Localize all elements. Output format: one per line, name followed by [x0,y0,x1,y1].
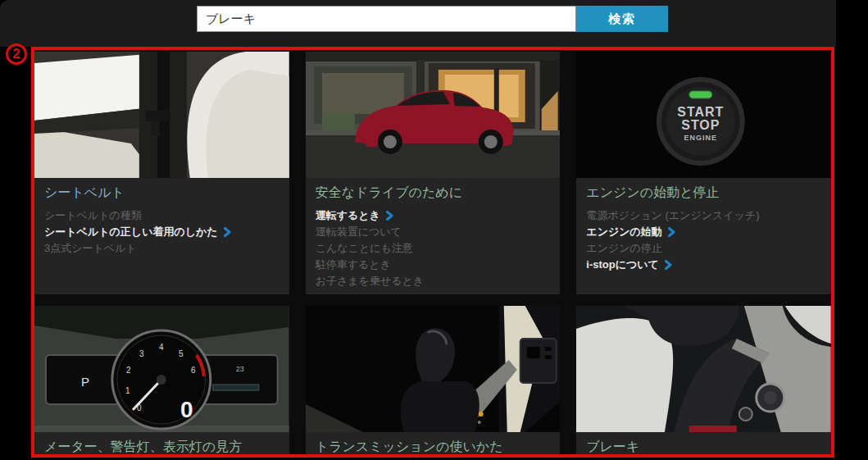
svg-text:3: 3 [139,349,144,358]
chevron-right-icon [668,227,675,237]
card-title-seatbelt[interactable]: シートベルト [44,184,279,202]
link-label: お子さまを乗せるとき [316,273,424,289]
chevron-right-icon [224,227,231,237]
seatbelt-photo [34,52,289,178]
card-title-engine-start-stop[interactable]: エンジンの始動と停止 [586,184,821,202]
link-label: 電源ポジション (エンジンスイッチ) [586,207,759,224]
link-i-stop[interactable]: i-stopについて [586,257,821,273]
svg-text:STOP: STOP [682,118,720,132]
link-label: 運転装置について [316,224,402,240]
card-safe-driving: 安全なドライブのために 運転するとき 運転装置について こんなことにも注意 [306,52,561,294]
link-label: シートベルトの種類 [44,207,142,224]
card-grid: シートベルト シートベルトの種類 シートベルトの正しい着用のしかた 3点式シート… [34,50,831,454]
svg-text:0: 0 [180,397,193,422]
svg-text:START: START [678,105,725,119]
card-engine-start-stop: START STOP ENGINE エンジンの始動と停止 電源ポジション (エン… [576,52,831,294]
link-label: i-stopについて [586,257,659,273]
chevron-right-icon [386,211,393,221]
link-label: エンジンの始動 [586,224,662,240]
search-input[interactable] [197,6,576,32]
card-brake: ブレーキ [576,306,831,454]
link-when-driving[interactable]: 運転するとき [316,207,551,224]
link-label: こんなことにも注意 [316,240,413,257]
svg-text:5: 5 [179,349,184,358]
link-label: 運転するとき [316,207,380,224]
meter-cluster-photo: P 23 0 1 2 3 4 5 6 0 [34,306,289,432]
annotation-number-badge: 2 [6,43,27,65]
link-label: 3点式シートベルト [44,240,137,257]
search-bar: 検索 [197,6,668,32]
annotation-highlight-rect: シートベルト シートベルトの種類 シートベルトの正しい着用のしかた 3点式シート… [31,47,834,458]
card-title-safe-driving[interactable]: 安全なドライブのために [316,184,551,202]
svg-text:ENGINE: ENGINE [684,134,717,142]
link-parking-stopping[interactable]: 駐停車するとき [316,257,551,273]
link-power-position[interactable]: 電源ポジション (エンジンスイッチ) [586,207,821,224]
card-seatbelt: シートベルト シートベルトの種類 シートベルトの正しい着用のしかた 3点式シート… [34,52,289,294]
card-transmission: トランスミッションの使いかた [306,306,561,454]
link-driving-equipment[interactable]: 運転装置について [316,224,551,240]
card-meters: P 23 0 1 2 3 4 5 6 0 [34,306,289,454]
svg-text:1: 1 [125,386,130,395]
link-three-point-belt[interactable]: 3点式シートベルト [44,240,279,257]
center-console-photo [576,306,831,432]
link-seatbelt-correct-wear[interactable]: シートベルトの正しい着用のしかた [44,224,279,240]
link-label: エンジンの停止 [586,240,662,257]
chevron-right-icon [665,260,672,270]
shift-lever-photo [306,306,561,432]
svg-text:6: 6 [191,366,196,375]
link-label: 駐停車するとき [316,257,391,273]
svg-text:23: 23 [236,365,244,373]
svg-text:P: P [81,375,89,389]
link-engine-stop[interactable]: エンジンの停止 [586,240,821,257]
link-seatbelt-types[interactable]: シートベルトの種類 [44,207,279,224]
street-car-photo [306,52,561,178]
engine-start-button-photo: START STOP ENGINE [576,52,831,178]
link-engine-start[interactable]: エンジンの始動 [586,224,821,240]
search-button[interactable]: 検索 [576,6,668,32]
page: 検索 2 シートベルト [0,0,868,460]
link-label: シートベルトの正しい着用のしかた [44,224,218,240]
card-title-transmission[interactable]: トランスミッションの使いかた [316,439,551,454]
link-also-note[interactable]: こんなことにも注意 [316,240,551,257]
link-carrying-children[interactable]: お子さまを乗せるとき [316,273,551,289]
svg-text:4: 4 [159,343,164,352]
svg-text:2: 2 [126,366,131,375]
card-title-brake[interactable]: ブレーキ [586,439,821,454]
card-title-meters[interactable]: メーター、警告灯、表示灯の見方 [44,439,279,454]
